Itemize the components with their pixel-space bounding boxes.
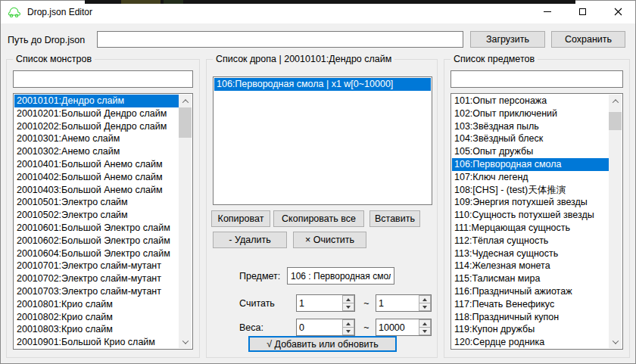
- list-item[interactable]: 20010803:Крио слайм: [14, 323, 179, 336]
- count-label: Считать: [239, 298, 275, 309]
- spin-up-button[interactable]: [342, 295, 354, 303]
- list-item[interactable]: 118:Праздничный купон: [452, 311, 609, 324]
- monsters-scrollbar[interactable]: [179, 95, 192, 348]
- items-listbox[interactable]: 101:Опыт персонажа102:Опыт приключений10…: [450, 93, 623, 350]
- list-item[interactable]: 119:Купон дружбы: [452, 323, 609, 336]
- list-item[interactable]: 113:Чудесная сущность: [452, 247, 609, 260]
- count-min-input[interactable]: [297, 295, 342, 311]
- spin-up-button[interactable]: [419, 295, 431, 303]
- chevron-down-icon: [182, 338, 188, 344]
- spin-down-button[interactable]: [419, 303, 431, 311]
- spin-down-button[interactable]: [342, 303, 354, 311]
- spin-up-button[interactable]: [342, 319, 354, 328]
- list-item[interactable]: 105:Опыт дружбы: [452, 145, 609, 158]
- list-item[interactable]: 20010601:Большой Электро слайм: [14, 222, 179, 235]
- list-item[interactable]: 103:Звёздная пыль: [452, 120, 609, 133]
- count-max-input[interactable]: [376, 295, 419, 311]
- list-item[interactable]: 101:Опыт персонажа: [452, 95, 609, 107]
- monsters-list: 20010101:Дендро слайм20010201:Большой Де…: [14, 95, 179, 348]
- list-item[interactable]: 20010801:Крио слайм: [14, 298, 179, 311]
- spin-down-button[interactable]: [342, 328, 354, 335]
- drops-groupbox: Список дропа | 20010101:Дендро слайм 106…: [206, 59, 438, 358]
- list-item[interactable]: 104:Звёздный блеск: [452, 132, 609, 145]
- scroll-down-button[interactable]: [609, 335, 622, 348]
- item-label: Предмет:: [239, 271, 280, 282]
- list-item[interactable]: 20010701:Электро слайм-мутант: [14, 260, 179, 272]
- list-item[interactable]: 20010202:Большой Дендро слайм: [14, 120, 179, 133]
- drops-listbox[interactable]: 106:Первородная смола | x1 w[0~10000]: [213, 76, 432, 205]
- list-item[interactable]: 120:Сердце родника: [452, 336, 609, 348]
- list-item[interactable]: 20010101:Дендро слайм: [14, 95, 179, 107]
- list-item[interactable]: 20010901:Большой Крио слайм: [14, 336, 179, 348]
- items-filter-input[interactable]: [450, 70, 623, 88]
- list-item[interactable]: 116:Праздничный ажиотаж: [452, 285, 609, 298]
- drops-list: 106:Первородная смола | x1 w[0~10000]: [214, 78, 431, 204]
- list-item[interactable]: 106:Первородная смола: [452, 158, 609, 171]
- monsters-filter-input[interactable]: [13, 70, 193, 88]
- arrow-up-icon: [346, 322, 351, 325]
- list-item[interactable]: 20010802:Крио слайм: [14, 311, 179, 324]
- app-icon: [8, 6, 21, 18]
- list-item[interactable]: 109:Энергия потухшей звезды: [452, 196, 609, 209]
- load-button[interactable]: Загрузить: [470, 31, 545, 48]
- weight-range-separator: ~: [361, 322, 372, 333]
- list-item[interactable]: 108:[CHS] - (test)天体推演: [452, 184, 609, 197]
- save-button[interactable]: Сохранить: [551, 31, 625, 48]
- monsters-listbox[interactable]: 20010101:Дендро слайм20010201:Большой Де…: [13, 93, 193, 350]
- items-title: Список предметов: [450, 54, 538, 64]
- add-or-update-button[interactable]: √ Добавить или обновить: [248, 336, 397, 352]
- item-input[interactable]: [287, 267, 394, 285]
- scroll-down-button[interactable]: [179, 335, 192, 348]
- delete-button[interactable]: - Удалить: [213, 232, 287, 248]
- monsters-title: Список монстров: [13, 54, 95, 64]
- list-item[interactable]: 20010402:Большой Анемо слайм: [14, 171, 179, 184]
- copy-all-button[interactable]: Скопировать все: [273, 210, 364, 227]
- list-item[interactable]: 20010301:Анемо слайм: [14, 132, 179, 145]
- list-item[interactable]: 20010302:Анемо слайм: [14, 145, 179, 158]
- list-item[interactable]: 20010604:Большой Электро слайм: [14, 247, 179, 260]
- count-range-separator: ~: [361, 298, 372, 309]
- list-item[interactable]: 20010403:Большой Анемо слайм: [14, 184, 179, 197]
- list-item[interactable]: 102:Опыт приключений: [452, 107, 609, 120]
- list-item[interactable]: 20010502:Электро слайм: [14, 209, 179, 222]
- scrollbar-thumb[interactable]: [179, 107, 192, 138]
- list-item[interactable]: 111:Мерцающая сущность: [452, 222, 609, 235]
- copy-button[interactable]: Копироват: [211, 210, 270, 227]
- items-scrollbar[interactable]: [609, 95, 622, 348]
- weight-max-input[interactable]: [376, 319, 419, 335]
- spin-up-button[interactable]: [419, 319, 431, 328]
- spin-down-button[interactable]: [419, 328, 431, 335]
- paste-button[interactable]: Вставить: [369, 210, 420, 227]
- arrow-up-icon: [422, 298, 427, 301]
- list-item[interactable]: 20010702:Электро слайм-мутант: [14, 272, 179, 285]
- weight-min-input[interactable]: [297, 319, 342, 335]
- list-item[interactable]: 20010401:Большой Анемо слайм: [14, 158, 179, 171]
- list-item[interactable]: 117:Печать Венефикус: [452, 298, 609, 311]
- chevron-down-icon: [612, 338, 618, 344]
- arrow-down-icon: [422, 330, 427, 333]
- close-button[interactable]: [600, 0, 636, 23]
- list-item[interactable]: 115:Талисман мира: [452, 272, 609, 285]
- list-item[interactable]: 114:Железная монета: [452, 260, 609, 272]
- arrow-up-icon: [422, 322, 427, 325]
- chevron-up-icon: [612, 99, 618, 105]
- list-item[interactable]: 107:Ключ легенд: [452, 171, 609, 184]
- weight-label: Веса:: [239, 322, 263, 333]
- list-item[interactable]: 106:Первородная смола | x1 w[0~10000]: [214, 78, 431, 91]
- chevron-up-icon: [182, 99, 188, 105]
- list-item[interactable]: 112:Тёплая сущность: [452, 235, 609, 247]
- clear-button[interactable]: × Очистить: [293, 232, 366, 248]
- list-item[interactable]: 20010201:Большой Дендро слайм: [14, 107, 179, 120]
- background-window-strip: [85, 0, 575, 4]
- scroll-up-button[interactable]: [179, 95, 192, 107]
- arrow-down-icon: [346, 330, 351, 333]
- list-item[interactable]: 20010501:Электро слайм: [14, 196, 179, 209]
- list-item[interactable]: 110:Сущность потухшей звезды: [452, 209, 609, 222]
- scrollbar-thumb[interactable]: [609, 112, 622, 130]
- items-list: 101:Опыт персонажа102:Опыт приключений10…: [452, 95, 609, 348]
- list-item[interactable]: 20010703:Электро слайм-мутант: [14, 285, 179, 298]
- scroll-up-button[interactable]: [609, 95, 622, 107]
- list-item[interactable]: 20010602:Большой Электро слайм: [14, 235, 179, 247]
- path-input[interactable]: [97, 31, 463, 48]
- window-title: Drop.json Editor: [27, 7, 92, 17]
